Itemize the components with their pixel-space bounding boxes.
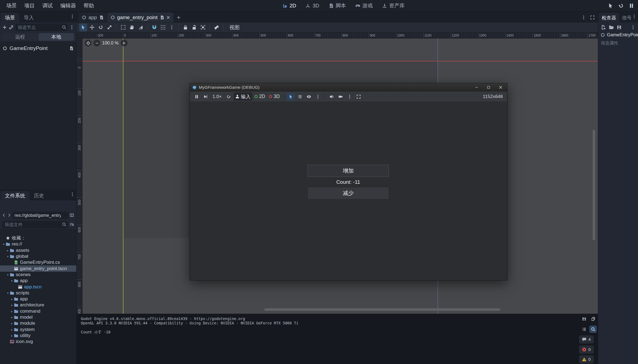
pan-tool-button[interactable]	[128, 23, 136, 31]
back-icon[interactable]	[2, 213, 6, 217]
fs-item-scripts[interactable]: ▾scripts	[0, 290, 76, 296]
script-icon[interactable]	[160, 15, 164, 20]
close-icon[interactable]	[499, 85, 503, 89]
inspected-node-row[interactable]: GameEntryPoint...	[598, 31, 638, 39]
ruler-tool-button[interactable]	[137, 23, 144, 31]
fs-item-res[interactable]: ▾res://	[0, 241, 76, 247]
chevron-right-icon[interactable]: ▸	[6, 247, 10, 253]
camera-options-button[interactable]	[345, 93, 353, 100]
tab-filesystem[interactable]: 文件系统	[1, 191, 29, 200]
unlock-button[interactable]	[190, 23, 198, 31]
messages-filter-badge[interactable]: 4	[579, 335, 594, 344]
main-screen-2d[interactable]: 2D	[279, 1, 300, 10]
mode-2d-button[interactable]: 2D	[253, 93, 267, 100]
pick-options-button[interactable]	[314, 93, 322, 100]
filter-files-input[interactable]	[2, 221, 68, 228]
chevron-down-icon[interactable]: ▾	[6, 253, 10, 259]
copy-log-button[interactable]	[589, 315, 597, 322]
add-node-icon[interactable]	[2, 25, 7, 30]
decrease-button[interactable]: 减少	[308, 187, 389, 199]
local-button[interactable]: 本地	[39, 33, 74, 41]
chevron-right-icon[interactable]: ▸	[10, 320, 14, 326]
increase-button[interactable]: 增加	[308, 165, 389, 177]
remote-button[interactable]: 远程	[2, 33, 38, 41]
main-screen-assetlib[interactable]: 资产库	[379, 1, 408, 11]
pause-icon[interactable]	[629, 3, 634, 8]
skeleton-options-button[interactable]	[212, 23, 220, 31]
dots-menu-icon[interactable]	[581, 15, 586, 20]
filesystem-tree[interactable]: 收藏：▾res://▸assets▾globalGameEntryPoint.c…	[0, 229, 76, 364]
fs-item-module[interactable]: ▸module	[0, 320, 76, 326]
instance-scene-icon[interactable]	[9, 25, 14, 30]
split-view-icon[interactable]	[70, 213, 74, 217]
chevron-down-icon[interactable]: ▾	[6, 290, 10, 296]
grid-snap-button[interactable]	[159, 23, 167, 31]
chevron-right-icon[interactable]: ▸	[10, 333, 14, 339]
chevron-right-icon[interactable]: ▸	[10, 296, 14, 302]
fs-item-command[interactable]: ▸command	[0, 308, 76, 314]
save-resource-icon[interactable]	[617, 25, 622, 30]
dots-menu-icon[interactable]	[70, 14, 75, 19]
attached-script-icon[interactable]	[69, 46, 73, 51]
main-screen-script[interactable]: 脚本	[325, 1, 350, 11]
scale-tool-button[interactable]	[105, 23, 113, 31]
fs-item-scenes[interactable]: ▾scenes	[0, 272, 76, 278]
rotate-tool-button[interactable]	[97, 23, 105, 31]
zoom-in-button[interactable]	[121, 40, 128, 46]
fs-item-GameEntryPoint.cs[interactable]: GameEntryPoint.cs	[0, 259, 76, 265]
minimize-icon[interactable]	[475, 85, 478, 89]
chevron-right-icon[interactable]: ▸	[10, 308, 14, 314]
current-path-input[interactable]	[12, 212, 69, 219]
filter-nodes-input[interactable]	[15, 24, 68, 31]
collapse-duplicates-button[interactable]	[580, 325, 588, 333]
vertical-scrollbar[interactable]	[593, 130, 595, 240]
mode-3d-button[interactable]: 3D	[268, 93, 281, 100]
horizontal-scrollbar[interactable]	[264, 308, 500, 311]
menu-scene[interactable]: 场景	[3, 1, 20, 11]
script-icon[interactable]	[99, 15, 104, 20]
chevron-right-icon[interactable]: ▸	[10, 302, 14, 308]
new-resource-icon[interactable]	[601, 25, 606, 30]
chevron-down-icon[interactable]: ▾	[2, 241, 6, 247]
sort-icon[interactable]	[70, 222, 74, 227]
fs-item-app[interactable]: ▸app	[0, 296, 76, 302]
input-mode-button[interactable]: 输入	[234, 93, 252, 100]
scene-tree-root-node[interactable]: GameEntryPoint	[0, 44, 76, 52]
dots-menu-icon[interactable]	[631, 25, 635, 29]
dots-menu-icon[interactable]	[70, 25, 74, 29]
tab-inspector[interactable]: 检查器	[599, 13, 619, 22]
cursor-icon[interactable]	[608, 3, 613, 8]
filter-files-field[interactable]	[2, 221, 68, 228]
dots-menu-icon[interactable]	[70, 192, 75, 197]
next-frame-button[interactable]	[202, 93, 209, 100]
maximize-icon[interactable]	[487, 85, 491, 89]
suspend-button[interactable]	[193, 93, 200, 100]
load-resource-icon[interactable]	[609, 25, 614, 30]
forward-icon[interactable]	[7, 213, 11, 217]
filter-properties-field[interactable]: 筛选属性	[598, 39, 638, 48]
zoom-out-button[interactable]	[93, 40, 100, 46]
group-button[interactable]	[199, 23, 207, 31]
playback-speed[interactable]: 1.0×	[211, 94, 224, 99]
search-log-button[interactable]	[589, 325, 597, 333]
new-scene-tab-button[interactable]	[174, 13, 183, 22]
chevron-down-icon[interactable]: ▾	[10, 278, 14, 284]
save-log-button[interactable]	[580, 315, 588, 322]
fs-item-assets[interactable]: ▸assets	[0, 247, 76, 253]
smart-snap-button[interactable]	[150, 23, 158, 31]
tab-history[interactable]: 历史	[29, 191, 48, 200]
errors-filter-badge[interactable]: 0	[579, 345, 594, 354]
chevron-right-icon[interactable]: ▸	[10, 314, 14, 320]
scene-tab-app[interactable]: app	[79, 13, 107, 22]
main-screen-game[interactable]: 游戏	[352, 1, 376, 11]
main-screen-3d[interactable]: 3D	[302, 1, 323, 10]
warnings-filter-badge[interactable]: 0	[579, 355, 594, 363]
menu-debug[interactable]: 调试	[39, 1, 56, 11]
menu-help[interactable]: 帮助	[80, 1, 98, 11]
pick-node-button[interactable]	[287, 93, 295, 100]
fs-item-utility[interactable]: ▸utility	[0, 333, 76, 339]
fs-item-global[interactable]: ▾global	[0, 253, 76, 259]
visibility-button[interactable]	[305, 93, 313, 100]
chevron-right-icon[interactable]: ▸	[10, 327, 14, 333]
filter-nodes-field[interactable]	[15, 24, 68, 31]
